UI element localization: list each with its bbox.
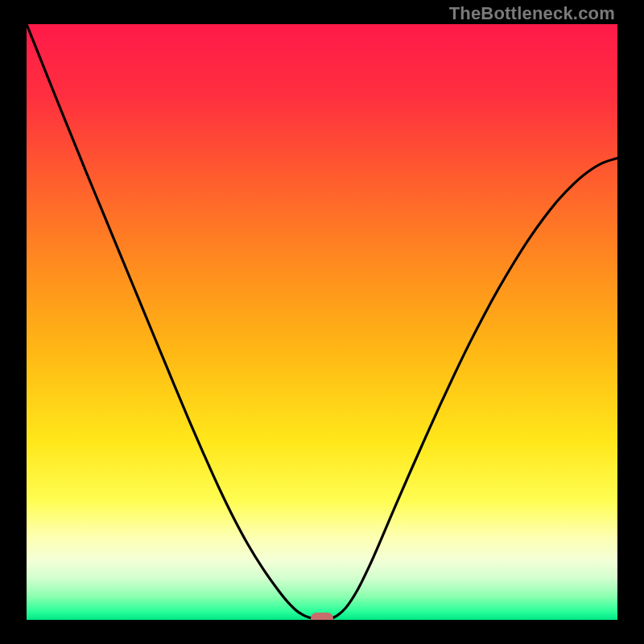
watermark-text: TheBottleneck.com bbox=[449, 3, 615, 24]
plot-area bbox=[27, 24, 617, 620]
bottleneck-curve bbox=[27, 24, 617, 620]
chart-frame: TheBottleneck.com bbox=[0, 0, 644, 644]
curve-layer bbox=[27, 24, 617, 620]
minimum-marker bbox=[311, 613, 333, 620]
